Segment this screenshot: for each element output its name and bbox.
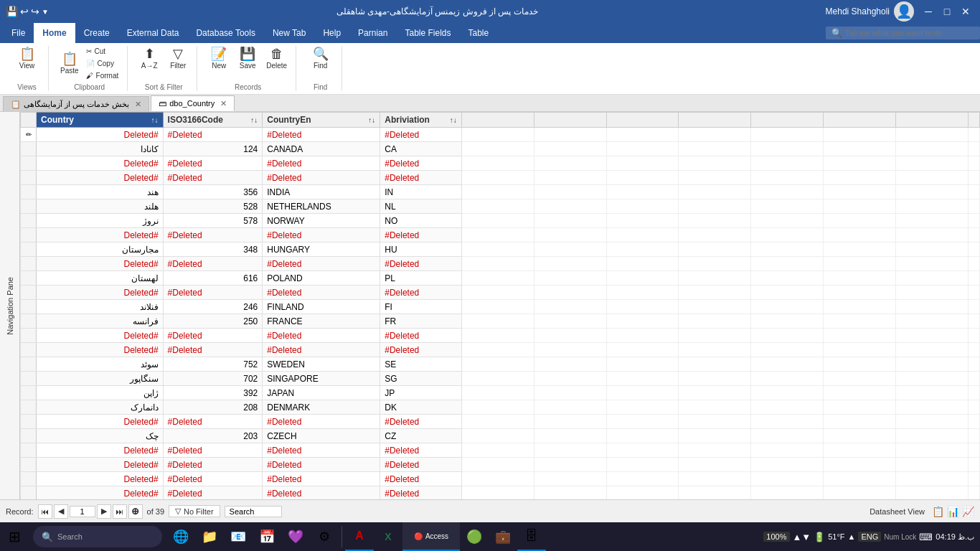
ribbon-search[interactable]: 🔍 (826, 27, 980, 39)
cell-country[interactable]: کانادا (37, 142, 164, 156)
table-row[interactable]: هند356INDIAIN (21, 185, 980, 199)
column-header-abriviation[interactable]: Abriviation ↑↓ (380, 113, 462, 128)
cell-iso[interactable]: 246 (163, 300, 263, 314)
cell-country-en[interactable]: #Deleted (263, 156, 380, 171)
format-painter-button[interactable]: 🖌Format (83, 70, 122, 81)
cell-country[interactable]: #Deleted (37, 286, 164, 300)
cell-country-en[interactable]: INDIA (263, 185, 380, 199)
cell-abbreviation[interactable]: #Deleted (380, 343, 462, 357)
table-row[interactable]: دانمارک208DENMARKDK (21, 400, 980, 415)
cell-country[interactable]: هلند (37, 199, 164, 214)
cell-iso[interactable]: 392 (163, 386, 263, 400)
pivot-table-icon[interactable]: 📊 (947, 506, 959, 517)
first-record-button[interactable]: ⏮ (38, 504, 52, 519)
table-row[interactable]: فرانسه250FRANCEFR (21, 314, 980, 329)
tab-external-data[interactable]: External Data (118, 23, 188, 43)
cell-iso[interactable]: #Deleted (163, 228, 263, 242)
taskbar-app-explorer[interactable]: 📁 (195, 522, 224, 551)
save-record-button[interactable]: 💾 Save (235, 46, 260, 71)
cell-iso[interactable]: 578 (163, 214, 263, 228)
tab-table[interactable]: Table (460, 23, 498, 43)
cell-country[interactable]: چک (37, 429, 164, 443)
cell-country-en[interactable]: SWEDEN (263, 357, 380, 372)
dropdown-icon[interactable]: ▼ (42, 8, 49, 16)
battery-icon[interactable]: 🔋 (814, 532, 825, 542)
cell-iso[interactable]: 702 (163, 372, 263, 386)
cell-abbreviation[interactable]: #Deleted (380, 486, 462, 500)
cell-iso[interactable]: #Deleted (163, 486, 263, 500)
window-controls[interactable]: ─ □ ✕ (920, 3, 974, 20)
cell-abbreviation[interactable]: #Deleted (380, 458, 462, 472)
cut-button[interactable]: ✂Cut (83, 46, 122, 57)
cell-iso[interactable]: #Deleted (163, 286, 263, 300)
zoom-indicator[interactable]: 100% (763, 532, 789, 542)
cell-abbreviation[interactable]: SE (380, 357, 462, 372)
tab-database-tools[interactable]: Database Tools (187, 23, 264, 43)
cell-iso[interactable]: #Deleted (163, 329, 263, 343)
cell-abbreviation[interactable]: NL (380, 199, 462, 214)
countryen-sort-icon[interactable]: ↑↓ (368, 116, 375, 124)
cell-country-en[interactable]: DENMARK (263, 400, 380, 415)
cell-iso[interactable]: 208 (163, 400, 263, 415)
prev-record-button[interactable]: ◀ (54, 504, 68, 519)
cell-abbreviation[interactable]: SG (380, 372, 462, 386)
view-buttons[interactable]: 📋 📊 📈 (932, 506, 974, 517)
cell-country[interactable]: سوئد (37, 357, 164, 372)
tab-parnian[interactable]: Parnian (349, 23, 396, 43)
table-row[interactable]: ✏#Deleted#Deleted#Deleted#Deleted (21, 128, 980, 142)
cell-country-en[interactable]: #Deleted (263, 472, 380, 486)
cell-country[interactable]: لهستان (37, 271, 164, 286)
paste-button[interactable]: 📋 Paste (57, 51, 82, 76)
new-record-button[interactable]: 📝 New (206, 46, 232, 71)
pivot-chart-icon[interactable]: 📈 (962, 506, 974, 517)
cell-country[interactable]: #Deleted (37, 128, 164, 142)
tab-file[interactable]: File (3, 23, 34, 43)
last-record-button[interactable]: ⏭ (113, 504, 127, 519)
cell-abbreviation[interactable]: #Deleted (380, 415, 462, 429)
abbr-sort-icon[interactable]: ↑↓ (450, 116, 457, 124)
cell-country[interactable]: #Deleted (37, 458, 164, 472)
language-indicator[interactable]: ENG (858, 532, 881, 542)
cell-country-en[interactable]: JAPAN (263, 386, 380, 400)
cell-abbreviation[interactable]: #Deleted (380, 171, 462, 185)
cell-country[interactable]: فنلاند (37, 300, 164, 314)
cell-country-en[interactable]: #Deleted (263, 343, 380, 357)
tab-home[interactable]: Home (34, 23, 75, 43)
cell-country-en[interactable]: #Deleted (263, 329, 380, 343)
cell-country[interactable]: فرانسه (37, 314, 164, 329)
cell-country-en[interactable]: #Deleted (263, 171, 380, 185)
taskbar-app-excel[interactable]: X (374, 522, 402, 551)
cell-iso[interactable]: #Deleted (163, 415, 263, 429)
cell-country-en[interactable]: #Deleted (263, 257, 380, 271)
column-header-iso3166[interactable]: ISO3166Code ↑↓ (163, 113, 263, 128)
cell-abbreviation[interactable]: IN (380, 185, 462, 199)
cell-country[interactable]: #Deleted (37, 228, 164, 242)
undo-icon[interactable]: ↩ (20, 6, 29, 17)
taskbar-app-access-linked[interactable]: 🔴 Access (402, 522, 460, 551)
cell-country[interactable]: #Deleted (37, 415, 164, 429)
cell-country[interactable]: #Deleted (37, 171, 164, 185)
ribbon-search-input[interactable] (845, 29, 974, 37)
table-row[interactable]: کانادا124CANADACA (21, 142, 980, 156)
record-navigation[interactable]: ⏮ ◀ 1 ▶ ⏭ ⊕ (38, 504, 143, 519)
cell-iso[interactable]: 124 (163, 142, 263, 156)
cell-iso[interactable]: #Deleted (163, 156, 263, 171)
cell-country-en[interactable]: #Deleted (263, 228, 380, 242)
cell-country[interactable]: #Deleted (37, 486, 164, 500)
cell-country[interactable]: #Deleted (37, 257, 164, 271)
tab-help[interactable]: Help (314, 23, 349, 43)
taskbar-app-services[interactable]: 💼 (489, 522, 517, 551)
clock[interactable]: 04:19 ب.ظ (936, 532, 974, 542)
cell-country[interactable]: #Deleted (37, 443, 164, 458)
country-sort-icon[interactable]: ↑↓ (151, 116, 159, 124)
table-row[interactable]: #Deleted#Deleted#Deleted#Deleted (21, 472, 980, 486)
table-row[interactable]: #Deleted#Deleted#Deleted#Deleted (21, 415, 980, 429)
taskbar-search[interactable]: 🔍 Search (33, 526, 162, 547)
cell-abbreviation[interactable]: NO (380, 214, 462, 228)
quick-access-toolbar[interactable]: 💾 ↩ ↪ ▼ (6, 6, 49, 17)
table-row[interactable]: #Deleted#Deleted#Deleted#Deleted (21, 156, 980, 171)
table-row[interactable]: مجارستان348HUNGARYHU (21, 242, 980, 257)
table-row[interactable]: نروژ578NORWAYNO (21, 214, 980, 228)
tab-dbo-country[interactable]: 🗃 dbo_Country ✕ (151, 95, 235, 111)
table-row[interactable]: سنگاپور702SINGAPORESG (21, 372, 980, 386)
